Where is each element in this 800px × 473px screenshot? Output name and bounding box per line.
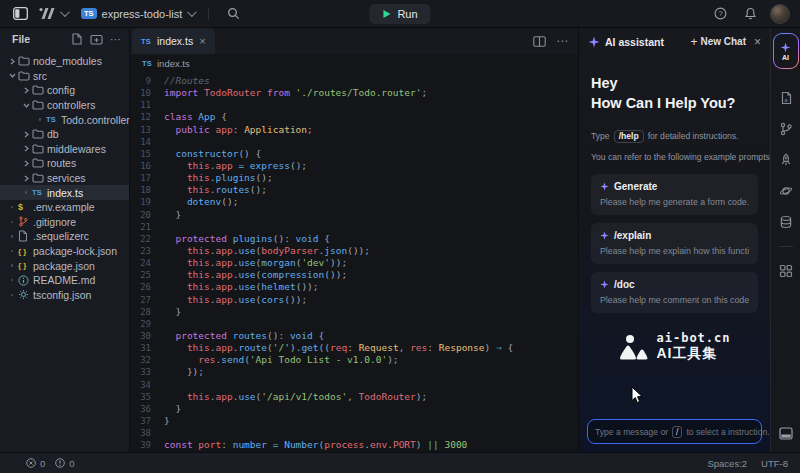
line-number: 12 (130, 111, 164, 123)
warnings-status[interactable]: 0 (55, 458, 74, 469)
modified-dot (34, 118, 46, 121)
code-line[interactable]: 9//Routes (130, 75, 578, 87)
tree-item-controllers[interactable]: controllers (0, 98, 129, 113)
code-line[interactable]: 19 dotenv(); (130, 196, 578, 208)
chevron-right-icon (20, 87, 32, 94)
tab-close-icon[interactable]: × (199, 36, 205, 47)
code-line[interactable]: 34 (130, 379, 578, 391)
code-line[interactable]: 26 this.app.use(helmet()); (130, 281, 578, 293)
prompt-card-Generate[interactable]: GeneratePlease help me generate a form c… (591, 174, 758, 215)
chevron-right-icon (6, 58, 18, 65)
code-line[interactable]: 35 this.app.use('/api/v1/todos', TodoRou… (130, 391, 578, 403)
user-avatar[interactable] (770, 4, 790, 24)
split-editor-icon[interactable] (533, 36, 546, 47)
sidebar-toggle-icon[interactable] (10, 4, 30, 24)
breadcrumb-label: index.ts (157, 58, 190, 69)
chevron-right-icon (20, 131, 32, 138)
breadcrumb[interactable]: TS index.ts (130, 54, 578, 72)
tree-item-.sequelizerc[interactable]: .sequelizerc (0, 229, 129, 244)
code-line[interactable]: 15 constructor() { (130, 148, 578, 160)
chevron-right-icon (20, 160, 32, 167)
extensions-grid-icon[interactable] (779, 264, 793, 278)
code-line[interactable]: 31 this.app.route('/').get((req: Request… (130, 342, 578, 354)
explorer-title: File (12, 33, 30, 45)
tree-item-package-lock.json[interactable]: { }package-lock.json (0, 244, 129, 259)
code-line[interactable]: 33 }); (130, 366, 578, 378)
notifications-bell-icon[interactable] (740, 4, 760, 24)
run-button[interactable]: Run (369, 4, 430, 24)
source-control-icon[interactable] (779, 122, 793, 136)
tree-item-node-modules[interactable]: node_modules (0, 54, 129, 69)
encoding-status[interactable]: UTF-8 (761, 458, 788, 469)
prompt-card-explain[interactable]: /explainPlease help me explain how this … (591, 223, 758, 264)
tree-item-.env.example[interactable]: $.env.example (0, 200, 129, 215)
ts-file-icon: TS (141, 37, 151, 46)
tree-item-label: .env.example (33, 201, 95, 213)
code-line[interactable]: 39const port: number = Number(process.en… (130, 439, 578, 451)
code-line[interactable]: 27 this.app.use(cors()); (130, 294, 578, 306)
toggle-bottom-panel-icon[interactable] (779, 427, 793, 440)
errors-status[interactable]: 0 (26, 458, 45, 469)
code-line[interactable]: 32 res.send('Api Todo List - v1.0.0'); (130, 354, 578, 366)
code-line[interactable]: 12class App { (130, 111, 578, 123)
tree-item-package.json[interactable]: { }package.json (0, 258, 129, 273)
code-line[interactable]: 21 (130, 221, 578, 233)
tree-item-middlewares[interactable]: middlewares (0, 142, 129, 157)
code-line[interactable]: 13 public app: Application; (130, 124, 578, 136)
chat-message-input[interactable]: Type a message or / to select a instruct… (587, 419, 762, 444)
planet-preview-icon[interactable] (779, 184, 793, 198)
help-icon[interactable]: ? (710, 4, 730, 24)
prompt-card-doc[interactable]: /docPlease help me comment on this code. (591, 272, 758, 313)
code-line[interactable]: 20 } (130, 209, 578, 221)
code-line[interactable]: 29 (130, 318, 578, 330)
project-switcher[interactable]: TS express-todo-list (81, 8, 194, 20)
ai-assistant-rail-button[interactable]: AI (773, 33, 799, 69)
tab-index-ts[interactable]: TS index.ts × (132, 28, 215, 54)
docs-icon[interactable]: a (779, 91, 793, 105)
code-line[interactable]: 28 } (130, 306, 578, 318)
tree-item-routes[interactable]: routes (0, 156, 129, 171)
code-line[interactable]: 30 protected routes(): void { (130, 330, 578, 342)
code-line[interactable]: 37} (130, 415, 578, 427)
tree-item-label: README.md (33, 274, 95, 286)
tree-item-README.md[interactable]: README.md (0, 273, 129, 288)
code-line[interactable]: 18 this.routes(); (130, 184, 578, 196)
tree-item-db[interactable]: db (0, 127, 129, 142)
tree-item-.gitignore[interactable]: .gitignore (0, 215, 129, 230)
workspace-logo[interactable] (38, 4, 67, 24)
code-line[interactable]: 14 (130, 136, 578, 148)
code-line[interactable]: 23 this.app.use(bodyParser.json()); (130, 245, 578, 257)
code-line[interactable]: 24 this.app.use(morgan('dev')); (130, 257, 578, 269)
code-line[interactable]: 16 this.app = express(); (130, 160, 578, 172)
code-text: } (164, 415, 170, 427)
code-line[interactable]: 25 this.app.use(compression()); (130, 269, 578, 281)
info-circle-icon (55, 458, 65, 468)
code-line[interactable]: 11 (130, 99, 578, 111)
indentation-status[interactable]: Spaces:2 (707, 458, 747, 469)
close-panel-icon[interactable]: × (754, 36, 761, 48)
code-line[interactable]: 10import TodoRouter from './routes/Todo.… (130, 87, 578, 99)
help-command-chip[interactable]: /help (614, 130, 644, 143)
prompts-intro: You can refer to the following example p… (591, 152, 758, 162)
new-file-icon[interactable] (71, 33, 83, 45)
tree-item-tsconfig.json[interactable]: tsconfig.json (0, 288, 129, 303)
explorer-more-icon[interactable]: ⋯ (110, 37, 121, 41)
new-chat-button[interactable]: + New Chat (690, 35, 746, 49)
tree-item-src[interactable]: src (0, 69, 129, 84)
code-line[interactable]: 17 this.plugins(); (130, 172, 578, 184)
code-line[interactable]: 22 protected plugins(): void { (130, 233, 578, 245)
search-icon[interactable] (223, 4, 243, 24)
tree-item-Todo.controller.ts[interactable]: TSTodo.controller.ts (0, 112, 129, 127)
database-icon[interactable] (779, 215, 793, 229)
code-line[interactable]: 36 } (130, 403, 578, 415)
editor-more-icon[interactable]: ⋯ (556, 39, 568, 44)
modified-dot (6, 235, 18, 238)
tree-item-index.ts[interactable]: TSindex.ts (0, 185, 129, 200)
tree-item-config[interactable]: config (0, 83, 129, 98)
deploy-rocket-icon[interactable] (779, 153, 793, 167)
code-line[interactable]: 38 (130, 427, 578, 439)
chevron-down-icon (187, 7, 197, 17)
tree-item-services[interactable]: services (0, 171, 129, 186)
new-folder-icon[interactable] (90, 34, 103, 45)
code-area[interactable]: 9//Routes10import TodoRouter from './rou… (130, 72, 578, 452)
